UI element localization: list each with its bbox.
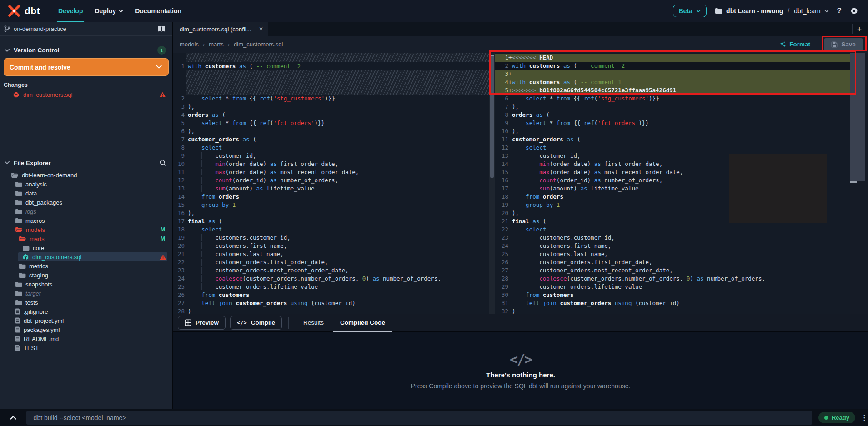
chevron-up-icon[interactable] [0, 416, 26, 420]
code-line[interactable]: 17final as ( [173, 217, 489, 226]
code-line[interactable]: 1with customers as ( -- comment 2 [173, 62, 489, 70]
commit-and-resolve-button[interactable]: Commit and resolve [4, 58, 169, 76]
tab-results[interactable]: Results [295, 314, 332, 332]
gear-icon[interactable] [850, 7, 858, 15]
nav-documentation[interactable]: Documentation [129, 0, 187, 22]
file-tree-item[interactable]: packages.yml [0, 325, 173, 334]
file-tree-item[interactable]: modelsM [0, 225, 173, 234]
save-button[interactable]: Save [824, 38, 863, 51]
breadcrumb-marts[interactable]: marts [209, 41, 224, 48]
code-line[interactable]: 14 from orders [173, 193, 489, 201]
compile-button[interactable]: </> Compile [230, 316, 282, 330]
scrollbar-thumb[interactable] [850, 53, 865, 181]
code-line[interactable]: 27 customer_orders.most_recent_order_dat… [495, 266, 850, 275]
kebab-menu-icon[interactable]: ⋮ [861, 413, 868, 422]
file-tree-item[interactable]: README.md [0, 334, 173, 343]
code-line[interactable]: 7 ), [495, 103, 850, 111]
file-tree-item[interactable]: martsM [0, 234, 173, 243]
code-line[interactable]: 3+======= [495, 70, 850, 78]
editor-scrollbar-middle[interactable] [489, 53, 495, 314]
code-line[interactable]: 10 ), [495, 127, 850, 135]
code-line[interactable]: 3), [173, 103, 489, 111]
file-tree-item[interactable]: dbt-learn-on-demand [0, 170, 173, 180]
nav-deploy[interactable]: Deploy [89, 0, 129, 22]
file-tree-item[interactable]: tests [0, 298, 173, 307]
code-line[interactable]: 13 sum(amount) as lifetime_value [173, 185, 489, 193]
code-line[interactable]: 22 customer_orders.first_order_date, [173, 258, 489, 266]
code-line[interactable]: 25 customer_orders.lifetime_value [173, 283, 489, 291]
tab-compiled-code[interactable]: Compiled Code [332, 314, 393, 332]
breadcrumb-file[interactable]: dim_customers.sql [234, 41, 283, 48]
code-line[interactable]: 24 coalesce(customer_orders.number_of_or… [173, 275, 489, 283]
dbt-logo[interactable]: dbt [0, 4, 52, 18]
dbt-command-input[interactable]: dbt build --select <model_name> [26, 411, 812, 425]
code-line[interactable]: 15 group by 1 [173, 201, 489, 209]
close-tab-icon[interactable]: ✕ [259, 26, 263, 32]
code-line[interactable]: 27 left join customer_orders using (cust… [173, 299, 489, 307]
code-line[interactable]: 28 coalesce(customer_orders.number_of_or… [495, 275, 850, 283]
git-branch-row[interactable]: on-demand-practice [0, 22, 172, 36]
code-line[interactable]: 24 customers.first_name, [495, 242, 850, 250]
file-tree-item[interactable]: metrics [0, 261, 173, 271]
code-line[interactable]: 7customer_orders as ( [173, 135, 489, 144]
file-tree-item[interactable]: analysis [0, 180, 173, 189]
code-line[interactable]: 12 select [495, 144, 850, 152]
file-tree-item[interactable]: target [0, 289, 173, 298]
code-line[interactable]: 28) [173, 307, 489, 314]
code-line[interactable]: 16), [173, 209, 489, 217]
file-explorer-header[interactable]: File Explorer [0, 153, 173, 171]
code-line[interactable]: 32 ) [495, 307, 850, 314]
code-line[interactable]: 23 customers.customer_id, [495, 234, 850, 242]
code-line[interactable]: 31 left join customer_orders using (cust… [495, 299, 850, 307]
code-line[interactable]: 9 customer_id, [173, 152, 489, 160]
code-line[interactable]: 8 select [173, 144, 489, 152]
file-tree-item[interactable]: macros [0, 216, 173, 225]
code-line[interactable]: 4+with customers as ( -- comment 1 [495, 78, 850, 86]
file-tree-item[interactable]: TEST [0, 343, 173, 352]
code-line[interactable]: 2 with customers as ( -- comment 2 [495, 62, 850, 70]
code-line[interactable]: 6 select * from {{ ref('stg_customers')}… [495, 95, 850, 103]
scrollbar-thumb[interactable] [490, 55, 494, 178]
status-badge[interactable]: Ready [818, 412, 855, 423]
code-line[interactable]: 20 customers.first_name, [173, 242, 489, 250]
code-line[interactable]: 10 min(order_date) as first_order_date, [173, 160, 489, 168]
nav-develop[interactable]: Develop [52, 0, 89, 22]
file-tree-item[interactable]: staging [0, 271, 173, 280]
code-line[interactable]: 9 select * from {{ ref('fct_orders')}} [495, 119, 850, 127]
code-line[interactable]: 11 customer_orders as ( [495, 135, 850, 144]
docs-book-icon[interactable] [157, 25, 166, 32]
code-line[interactable]: 8 orders as ( [495, 111, 850, 119]
code-line[interactable]: 11 max(order_date) as most_recent_order_… [173, 168, 489, 176]
code-line[interactable]: 26 customer_orders.first_order_date, [495, 258, 850, 266]
commit-options-chevron[interactable] [149, 59, 168, 75]
editor-scrollbar-right[interactable] [850, 53, 868, 314]
code-line[interactable]: 19 customers.customer_id, [173, 234, 489, 242]
editor-pane-local[interactable]: 1with customers as ( -- comment 22 selec… [173, 53, 489, 314]
code-line[interactable]: 5 select * from {{ ref('fct_orders')}} [173, 119, 489, 127]
file-tree-item[interactable]: snapshots [0, 280, 173, 289]
code-line[interactable]: 30 from customers [495, 291, 850, 299]
format-button[interactable]: Format [779, 41, 810, 48]
file-tree-item[interactable]: .gitignore [0, 307, 173, 316]
code-line[interactable]: 23 customer_orders.most_recent_order_dat… [173, 266, 489, 275]
code-line[interactable]: 2 select * from {{ ref('stg_customers')}… [173, 95, 489, 103]
file-tree-item[interactable]: data [0, 189, 173, 198]
code-line[interactable]: 12 count(order_id) as number_of_orders, [173, 176, 489, 185]
file-tree-item[interactable]: dbt_project.yml [0, 316, 173, 325]
changed-file-item[interactable]: dim_customers.sql [0, 90, 173, 99]
file-tree-item[interactable]: dbt_packages [0, 198, 173, 207]
version-control-header[interactable]: Version Control 1 [0, 40, 172, 59]
file-tree-item[interactable]: dim_customers.sql [0, 252, 173, 261]
code-line[interactable]: 5+>>>>>>> b81f802a66fd544504c65721e3ffaa… [495, 86, 850, 95]
breadcrumb-models[interactable]: models [180, 41, 199, 48]
code-line[interactable]: 1+<<<<<<< HEAD [495, 54, 850, 62]
code-line[interactable]: 22 select [495, 226, 850, 234]
beta-toggle-button[interactable]: Beta [673, 5, 707, 17]
new-tab-button[interactable]: + [854, 24, 864, 34]
search-icon[interactable] [159, 159, 166, 166]
code-line[interactable]: 25 customers.last_name, [495, 250, 850, 258]
code-line[interactable]: 4orders as ( [173, 111, 489, 119]
help-icon[interactable]: ? [837, 6, 842, 15]
file-tree-item[interactable]: core [0, 243, 173, 252]
code-line[interactable]: 29 customer_orders.lifetime_value [495, 283, 850, 291]
